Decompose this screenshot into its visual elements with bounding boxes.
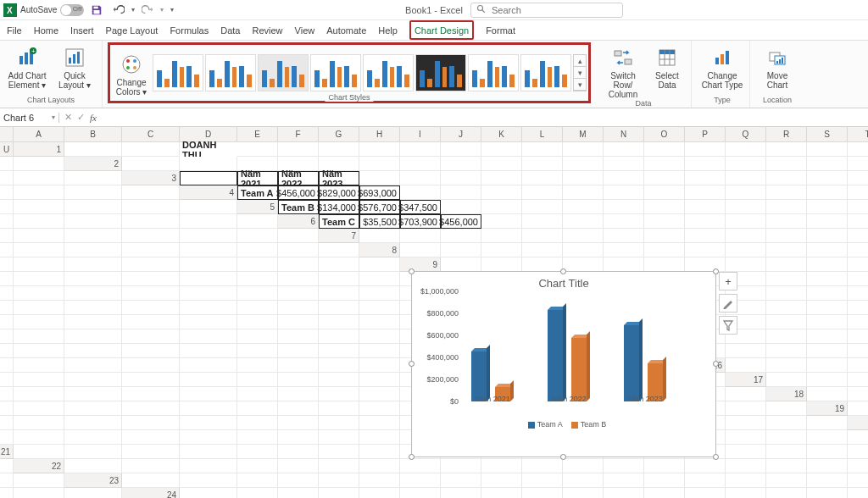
switch-row-column-button[interactable]: Switch Row/ Column (601, 42, 645, 99)
cell[interactable] (848, 157, 868, 171)
cell[interactable] (278, 329, 319, 344)
quick-layout-button[interactable]: Quick Layout ▾ (53, 42, 97, 90)
cell[interactable] (237, 445, 278, 459)
cell[interactable] (0, 301, 14, 315)
cell[interactable] (685, 200, 726, 214)
cell[interactable] (64, 401, 122, 416)
cell[interactable] (14, 272, 64, 286)
undo-icon[interactable] (109, 2, 128, 19)
cell[interactable] (766, 200, 807, 214)
cell[interactable] (14, 401, 64, 416)
cell[interactable] (807, 257, 848, 272)
cell[interactable] (563, 229, 604, 243)
cell[interactable] (0, 430, 14, 445)
cell[interactable] (766, 473, 807, 488)
chart-bar[interactable] (571, 338, 587, 401)
cell[interactable] (359, 401, 400, 416)
cell[interactable] (319, 459, 359, 473)
cell[interactable] (766, 416, 807, 430)
table-cell[interactable]: $693,000 (359, 185, 400, 200)
cell[interactable] (122, 301, 180, 315)
cell[interactable] (0, 185, 14, 200)
column-header[interactable]: O (644, 127, 685, 142)
cell[interactable] (848, 214, 868, 229)
cell[interactable] (64, 416, 122, 430)
cell[interactable] (807, 214, 848, 229)
cell[interactable] (604, 243, 644, 257)
cell[interactable] (563, 473, 604, 488)
cell[interactable] (766, 229, 807, 243)
cell[interactable] (766, 301, 807, 315)
cell[interactable] (726, 459, 766, 473)
cell[interactable] (522, 200, 563, 214)
cell[interactable] (237, 473, 278, 488)
cell[interactable] (766, 315, 807, 329)
cell[interactable] (807, 171, 848, 185)
cell[interactable] (604, 185, 644, 200)
cell[interactable] (319, 445, 359, 459)
row-header[interactable]: 9 (400, 257, 441, 272)
row-header[interactable]: 22 (14, 459, 64, 473)
cell[interactable] (237, 214, 278, 229)
cell[interactable] (644, 185, 685, 200)
chart-styles-button[interactable] (719, 294, 737, 313)
cell[interactable] (14, 488, 64, 498)
cell[interactable] (180, 387, 237, 401)
cell[interactable] (522, 142, 563, 157)
chart-elements-button[interactable]: + (719, 272, 737, 290)
cell[interactable] (14, 358, 64, 373)
cell[interactable] (319, 272, 359, 286)
cell[interactable] (400, 488, 441, 498)
cell[interactable] (122, 214, 180, 229)
cell[interactable] (726, 157, 766, 171)
cell[interactable] (807, 445, 848, 459)
chart-resize-handle[interactable] (560, 268, 566, 274)
sheet-title[interactable]: DOANH THU (180, 142, 237, 157)
cell[interactable] (359, 358, 400, 373)
cell[interactable] (122, 142, 180, 157)
row-header[interactable]: 1 (14, 142, 64, 157)
row-header[interactable]: 19 (807, 401, 848, 416)
table-cell[interactable]: $829,000 (319, 185, 359, 200)
cell[interactable] (807, 373, 848, 387)
cell[interactable] (278, 243, 319, 257)
cell[interactable] (848, 142, 868, 157)
cell[interactable] (563, 157, 604, 171)
chart-style-5[interactable] (363, 54, 414, 91)
cell[interactable] (122, 416, 180, 430)
cell[interactable] (64, 142, 122, 157)
cell[interactable] (122, 430, 180, 445)
tab-format[interactable]: Format (486, 20, 515, 40)
column-header[interactable]: A (14, 127, 64, 142)
undo-dropdown[interactable]: ▾ (131, 6, 135, 14)
cell[interactable] (14, 286, 64, 301)
cell[interactable] (64, 286, 122, 301)
cell[interactable] (359, 387, 400, 401)
cell[interactable] (278, 430, 319, 445)
column-header[interactable]: C (122, 127, 180, 142)
cell[interactable] (278, 301, 319, 315)
cell[interactable] (604, 229, 644, 243)
column-header[interactable]: E (237, 127, 278, 142)
tab-chart-design[interactable]: Chart Design (409, 20, 474, 40)
cell[interactable] (14, 200, 64, 214)
cell[interactable] (481, 459, 522, 473)
cell[interactable] (848, 200, 868, 214)
cell[interactable] (64, 185, 122, 200)
cell[interactable] (64, 171, 122, 185)
cell[interactable] (766, 373, 807, 387)
cell[interactable] (848, 315, 868, 329)
cell[interactable] (319, 243, 359, 257)
cell[interactable] (237, 416, 278, 430)
cell[interactable] (14, 185, 64, 200)
cell[interactable] (180, 329, 237, 344)
cell[interactable] (319, 301, 359, 315)
cell[interactable] (122, 243, 180, 257)
cell[interactable] (122, 315, 180, 329)
row-header[interactable]: 17 (726, 373, 766, 387)
cell[interactable] (848, 286, 868, 301)
cell[interactable] (441, 459, 481, 473)
cell[interactable] (766, 488, 807, 498)
column-header[interactable]: L (522, 127, 563, 142)
column-header[interactable]: H (359, 127, 400, 142)
